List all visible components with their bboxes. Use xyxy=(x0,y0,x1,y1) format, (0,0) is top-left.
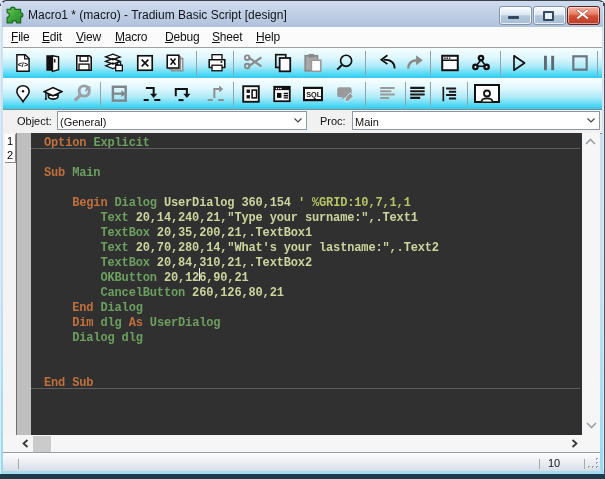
svg-text:</>: </> xyxy=(18,60,28,69)
svg-text:SQL: SQL xyxy=(306,90,322,99)
